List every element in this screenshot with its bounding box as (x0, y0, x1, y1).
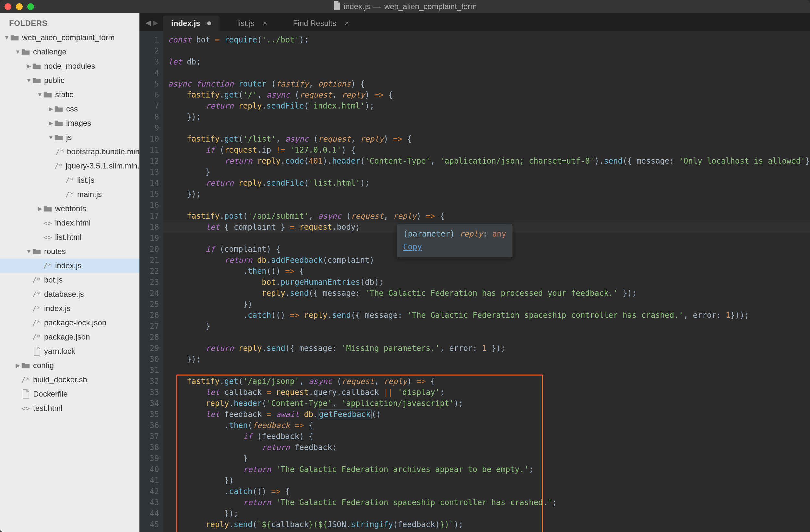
document-icon (333, 1, 340, 12)
tree-folder[interactable]: ▼routes (0, 244, 140, 259)
tree-file[interactable]: <>index.html (0, 216, 140, 230)
disclosure-icon[interactable]: ▶ (48, 119, 54, 127)
tab[interactable]: Find Results× (285, 16, 357, 31)
tree-folder[interactable]: ▼web_alien_complaint_form (0, 31, 140, 45)
tree-file[interactable]: yarn.lock (0, 344, 140, 358)
disclosure-icon[interactable]: ▼ (15, 49, 21, 55)
tree-file[interactable]: /*jquery-3.5.1.slim.min. (0, 159, 140, 173)
tree-item-label: index.js (44, 304, 70, 313)
nav-arrows[interactable]: ◀ ▶ (144, 17, 163, 31)
tree-folder[interactable]: ▼js (0, 130, 140, 145)
tree-file[interactable]: /*build_docker.sh (0, 372, 140, 387)
tree-folder[interactable]: ▶webfonts (0, 201, 140, 216)
code-icon: /* (32, 333, 42, 341)
title-file: index.js (344, 2, 370, 11)
tab-label: index.js (171, 19, 200, 28)
tree-folder[interactable]: ▼challenge (0, 45, 140, 59)
disclosure-icon[interactable]: ▶ (48, 105, 54, 113)
title-project: web_alien_complaint_form (384, 2, 477, 11)
file-icon (21, 389, 31, 399)
tree-item-label: Dockerfile (33, 389, 68, 399)
tree-item-label: package-lock.json (44, 318, 107, 327)
tab-label: Find Results (293, 19, 336, 28)
tree-file[interactable]: /*package.json (0, 330, 140, 344)
tree-file[interactable]: /*bootstrap.bundle.min (0, 145, 140, 159)
hover-tooltip: (parameter) reply: anyCopy (397, 223, 512, 257)
tab[interactable]: list.js× (229, 16, 275, 31)
tree-item-label: webfonts (55, 204, 86, 213)
tree-file[interactable]: /*index.js (0, 301, 140, 316)
code-icon: /* (56, 148, 65, 156)
disclosure-icon[interactable]: ▶ (15, 362, 21, 369)
tree-item-label: index.js (55, 261, 81, 270)
code-icon: /* (43, 262, 52, 270)
disclosure-icon[interactable]: ▼ (37, 92, 43, 98)
disclosure-icon[interactable]: ▼ (26, 77, 32, 84)
disclosure-icon[interactable]: ▼ (26, 248, 32, 255)
folder-icon (54, 134, 64, 141)
tree-file[interactable]: /*list.js (0, 173, 140, 187)
close-icon[interactable] (4, 3, 11, 10)
tree-item-label: index.html (55, 218, 91, 228)
disclosure-icon[interactable]: ▶ (26, 63, 32, 70)
disclosure-icon[interactable]: ▼ (48, 134, 54, 141)
folder-icon (43, 205, 52, 212)
tooltip-type: any (492, 229, 506, 238)
tree-file[interactable]: /*bot.js (0, 273, 140, 287)
tree-folder[interactable]: ▶images (0, 116, 140, 130)
tooltip-colon: : (483, 229, 492, 238)
nav-back-icon[interactable]: ◀ (145, 17, 151, 28)
tree-folder[interactable]: ▼public (0, 73, 140, 87)
html-icon: <> (43, 233, 52, 242)
tabbar: ◀ ▶ index.jslist.js×Find Results× (140, 13, 810, 31)
tooltip-copy-link[interactable]: Copy (403, 242, 422, 252)
tree-item-label: list.js (77, 176, 94, 185)
folder-icon (21, 48, 31, 55)
html-icon: <> (21, 404, 31, 413)
tree-folder[interactable]: ▼static (0, 87, 140, 102)
file-tree: ▼web_alien_complaint_form▼challenge▶node… (0, 31, 140, 422)
code-area[interactable]: 1234567891011121314151617181920212223242… (140, 31, 810, 532)
tree-folder[interactable]: ▶node_modules (0, 59, 140, 73)
maximize-icon[interactable] (27, 3, 34, 10)
window-title: index.js — web_alien_complaint_form (333, 1, 477, 12)
tree-item-label: css (66, 104, 78, 113)
tree-folder[interactable]: ▶config (0, 358, 140, 372)
close-icon[interactable]: × (345, 19, 349, 28)
tree-item-label: config (33, 361, 54, 370)
code-icon: /* (21, 376, 31, 384)
code-content[interactable]: const bot = require('../bot'); let db; a… (163, 31, 810, 532)
tree-item-label: static (55, 90, 73, 99)
close-icon[interactable]: × (263, 19, 267, 28)
tooltip-prefix: (parameter) (403, 229, 459, 238)
tree-item-label: package.json (44, 332, 90, 342)
sidebar: FOLDERS ▼web_alien_complaint_form▼challe… (0, 13, 140, 532)
tree-item-label: public (44, 76, 65, 85)
tree-item-label: yarn.lock (44, 347, 75, 356)
tree-file[interactable]: /*package-lock.json (0, 316, 140, 330)
folders-title: FOLDERS (0, 13, 140, 31)
tree-folder[interactable]: ▶css (0, 102, 140, 116)
code-icon: /* (32, 319, 42, 327)
tree-file[interactable]: /*database.js (0, 287, 140, 301)
tree-file[interactable]: <>test.html (0, 401, 140, 415)
tab[interactable]: index.js (163, 16, 220, 31)
tree-item-label: database.js (44, 290, 84, 299)
tree-file[interactable]: <>list.html (0, 230, 140, 244)
disclosure-icon[interactable]: ▶ (37, 205, 43, 212)
tree-item-label: node_modules (44, 62, 95, 71)
folder-icon (32, 77, 42, 84)
code-lines[interactable]: const bot = require('../bot'); let db; a… (168, 34, 810, 532)
file-icon (32, 347, 42, 356)
tooltip-name: reply (459, 229, 483, 238)
minimize-icon[interactable] (16, 3, 23, 10)
tree-item-label: test.html (33, 404, 63, 413)
title-sep: — (373, 2, 381, 11)
tree-file[interactable]: /*main.js (0, 187, 140, 201)
tree-file[interactable]: /*index.js (0, 259, 140, 273)
disclosure-icon[interactable]: ▼ (4, 34, 10, 41)
nav-forward-icon[interactable]: ▶ (153, 17, 158, 28)
folder-icon (21, 362, 31, 369)
code-icon: /* (32, 304, 42, 313)
tree-file[interactable]: Dockerfile (0, 387, 140, 401)
